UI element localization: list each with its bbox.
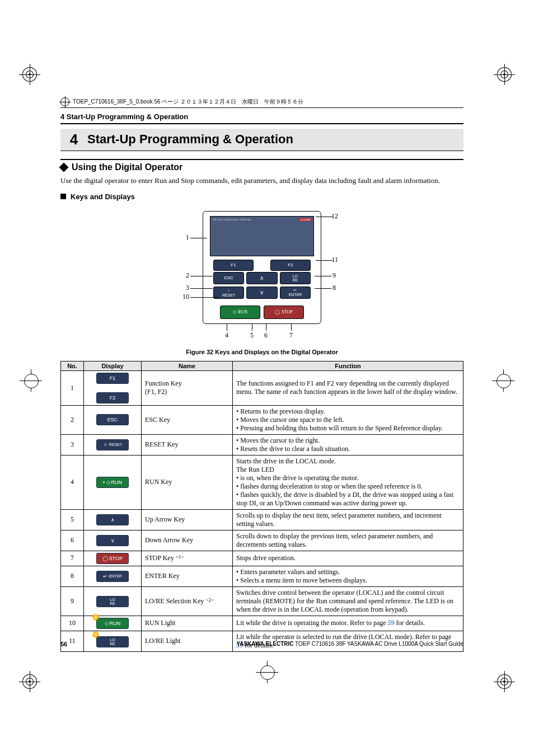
diamond-icon — [59, 163, 69, 172]
print-mark — [22, 67, 37, 82]
callout-5: 5 — [250, 331, 254, 340]
th-function: Function — [233, 361, 463, 370]
callout-3: 3 — [186, 284, 189, 292]
print-mark — [256, 661, 278, 683]
operator-down-key: ∨ — [246, 287, 277, 299]
run-light-icon: ◇RUN — [96, 618, 129, 629]
subheading-using-digital-operator: Using the Digital Operator — [60, 162, 463, 172]
running-header: 4 Start-Up Programming & Operation — [60, 112, 463, 121]
print-mark — [22, 674, 37, 689]
lore-key-icon: LORE — [96, 596, 129, 607]
book-metaline-text: TOEP_C710616_38F_5_0.book 56 ページ ２０１３年１２… — [73, 98, 303, 106]
page-ref-link[interactable]: 59 — [388, 619, 395, 627]
square-icon — [60, 194, 66, 199]
run-key-icon: • ◇RUN — [96, 477, 129, 488]
page-footer: 56 YASKAWA ELECTRIC TOEP C710616 38F YAS… — [60, 641, 463, 647]
callout-10: 10 — [182, 293, 189, 301]
callout-6: 6 — [264, 331, 268, 340]
footer-company: YASKAWA ELECTRIC — [236, 641, 293, 647]
enter-key-icon: ↵ENTER — [96, 571, 129, 582]
page-number: 56 — [60, 641, 67, 647]
subheading-keys-and-displays: Keys and Displays — [60, 192, 463, 201]
operator-stop-key: ◯STOP — [264, 306, 304, 319]
callout-11: 11 — [331, 256, 338, 264]
keys-table: No. Display Name Function 1 F1 F2 Functi… — [60, 361, 463, 652]
f1-key-icon: F1 — [96, 373, 129, 384]
figure-caption: Figure 32 Keys and Displays on the Digit… — [60, 349, 463, 355]
callout-8: 8 — [332, 284, 336, 292]
operator-lore-key: LORE — [280, 272, 311, 284]
operator-enter-key: ↵ENTER — [280, 287, 311, 299]
up-key-icon: ∧ — [96, 514, 129, 525]
table-row: 5 ∧ Up Arrow Key Scrolls up to display t… — [61, 509, 463, 530]
stop-key-icon: ◯STOP — [96, 553, 129, 564]
down-key-icon: ∨ — [96, 535, 129, 546]
operator-f1-key: F1 — [213, 260, 254, 271]
callout-7: 7 — [289, 331, 293, 340]
body-paragraph: Use the digital operator to enter Run an… — [60, 176, 463, 186]
operator-run-key: ◇RUN — [220, 306, 260, 319]
operator-esc-key: ESC — [213, 272, 244, 284]
callout-9: 9 — [332, 271, 336, 280]
table-row: 4 • ◇RUN RUN Key Starts the drive in the… — [61, 455, 463, 509]
esc-key-icon: ESC — [96, 414, 129, 425]
table-row: 1 F1 F2 Function Key (F1, F2) The functi… — [61, 370, 463, 405]
table-row: 2 ESC ESC Key • Returns to the previous … — [61, 405, 463, 434]
chapter-heading: 4 Start-Up Programming & Operation — [60, 129, 463, 151]
print-mark — [497, 67, 512, 82]
table-row: 3 ＞RESET RESET Key • Moves the cursor to… — [61, 434, 463, 455]
th-no: No. — [61, 361, 84, 370]
th-name: Name — [142, 361, 233, 370]
print-mark — [497, 674, 512, 689]
print-mark — [492, 369, 514, 392]
callout-4: 4 — [225, 331, 228, 340]
table-row: 8 ↵ENTER ENTER Key • Enters parameter va… — [61, 566, 463, 586]
th-display: Display — [84, 361, 142, 370]
book-metaline: TOEP_C710616_38F_5_0.book 56 ページ ２０１３年１２… — [60, 97, 463, 106]
subheading-text: Using the Digital Operator — [72, 162, 182, 172]
operator-lcd: DIGITAL OPERATOR JVOP-180 ALARM — [210, 216, 314, 256]
chapter-title: Start-Up Programming & Operation — [87, 131, 293, 147]
reset-key-icon: ＞RESET — [96, 439, 129, 450]
f2-key-icon: F2 — [96, 392, 129, 403]
subheading-text: Keys and Displays — [71, 192, 135, 201]
digital-operator-figure: DIGITAL OPERATOR JVOP-180 ALARM F1 F2 ES… — [203, 211, 321, 324]
table-row: 9 LORE LO/RE Selection Key <2> Switches … — [61, 586, 463, 616]
callout-1: 1 — [186, 233, 189, 242]
table-row: 7 ◯STOP STOP Key <1> Stops drive operati… — [61, 551, 463, 566]
table-row: 6 ∨ Down Arrow Key Scrolls down to displ… — [61, 530, 463, 551]
print-mark — [20, 369, 42, 392]
operator-up-key: ∧ — [246, 272, 277, 284]
callout-2: 2 — [186, 271, 189, 280]
operator-f2-key: F2 — [270, 260, 311, 271]
footer-doc: TOEP C710616 38F YASKAWA AC Drive L1000A… — [294, 641, 464, 647]
table-row: 10 ◇RUN RUN Light Lit while the drive is… — [61, 616, 463, 631]
chapter-number: 4 — [60, 131, 87, 148]
